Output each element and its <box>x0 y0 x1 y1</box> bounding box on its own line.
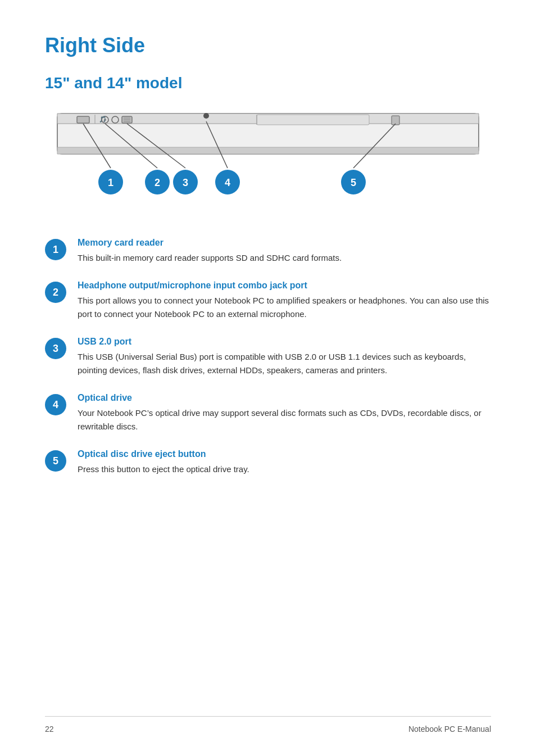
item-title-4: Optical drive <box>78 393 491 403</box>
svg-text:5: 5 <box>351 177 356 188</box>
item-title-2: Headphone output/microphone input combo … <box>78 280 491 291</box>
svg-text:1: 1 <box>108 177 113 188</box>
item-desc-2: This port allows you to connect your Not… <box>78 294 491 321</box>
items-list: 1 Memory card reader This built-in memor… <box>45 238 491 476</box>
page-title: Right Side <box>45 34 491 57</box>
svg-rect-3 <box>77 116 89 123</box>
footer: 22 Notebook PC E-Manual <box>45 716 491 734</box>
item-desc-4: Your Notebook PC’s optical drive may sup… <box>78 406 491 433</box>
item-desc-3: This USB (Universal Serial Bus) port is … <box>78 350 491 377</box>
svg-text:3: 3 <box>183 177 188 188</box>
svg-text:2: 2 <box>155 177 160 188</box>
svg-text:4: 4 <box>225 177 230 188</box>
svg-rect-14 <box>257 115 369 125</box>
item-badge-2: 2 <box>45 282 66 303</box>
footer-manual-title: Notebook PC E-Manual <box>408 725 491 734</box>
item-desc-1: This built-in memory card reader support… <box>78 251 491 265</box>
item-desc-5: Press this button to eject the optical d… <box>78 463 491 476</box>
item-row-5: 5 Optical disc drive eject button Press … <box>45 449 491 476</box>
item-title-5: Optical disc drive eject button <box>78 449 491 459</box>
item-row-4: 4 Optical drive Your Notebook PC’s optic… <box>45 393 491 433</box>
item-title-3: USB 2.0 port <box>78 337 491 347</box>
svg-rect-16 <box>392 116 399 125</box>
svg-rect-2 <box>57 147 479 154</box>
item-title-1: Memory card reader <box>78 238 491 248</box>
item-row-1: 1 Memory card reader This built-in memor… <box>45 238 491 265</box>
item-content-5: Optical disc drive eject button Press th… <box>78 449 491 476</box>
item-row-2: 2 Headphone output/microphone input comb… <box>45 280 491 321</box>
svg-text:🎵: 🎵 <box>99 115 107 123</box>
item-badge-5: 5 <box>45 450 66 472</box>
laptop-diagram: 🎵 1 2 3 <box>49 109 487 215</box>
item-content-4: Optical drive Your Notebook PC’s optical… <box>78 393 491 433</box>
item-badge-1: 1 <box>45 239 66 260</box>
item-content-3: USB 2.0 port This USB (Universal Serial … <box>78 337 491 377</box>
item-badge-4: 4 <box>45 394 66 415</box>
item-badge-3: 3 <box>45 338 66 359</box>
footer-page-number: 22 <box>45 725 54 734</box>
item-content-2: Headphone output/microphone input combo … <box>78 280 491 321</box>
item-content-1: Memory card reader This built-in memory … <box>78 238 491 265</box>
section-subtitle: 15" and 14" model <box>45 74 491 92</box>
svg-point-13 <box>203 113 209 119</box>
item-row-3: 3 USB 2.0 port This USB (Universal Seria… <box>45 337 491 377</box>
